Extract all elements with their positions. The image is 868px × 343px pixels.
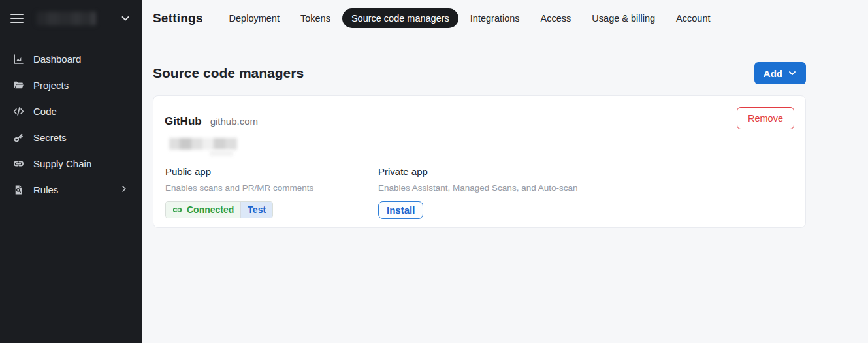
tab-tokens[interactable]: Tokens bbox=[291, 8, 340, 28]
sidebar: Dashboard Projects Code Secrets Supply C… bbox=[0, 0, 142, 343]
tab-access[interactable]: Access bbox=[532, 8, 581, 28]
add-button[interactable]: Add bbox=[754, 62, 806, 84]
private-app-section: Private app Enables Assistant, Managed S… bbox=[378, 166, 794, 219]
folder-icon bbox=[13, 80, 24, 91]
private-app-title: Private app bbox=[378, 166, 794, 177]
code-icon bbox=[13, 106, 24, 117]
sidebar-item-supply-chain[interactable]: Supply Chain bbox=[0, 150, 142, 176]
test-button[interactable]: Test bbox=[240, 202, 272, 218]
tab-account[interactable]: Account bbox=[667, 8, 719, 28]
private-app-description: Enables Assistant, Managed Scans, and Au… bbox=[378, 183, 794, 193]
sidebar-item-label: Code bbox=[33, 106, 57, 117]
chain-link-icon bbox=[13, 158, 24, 169]
page-section-title: Settings bbox=[153, 11, 203, 25]
public-app-description: Enables scans and PR/MR comments bbox=[165, 183, 378, 193]
public-app-status-group: Connected Test bbox=[165, 201, 273, 218]
page-title: Source code managers bbox=[153, 65, 304, 81]
tab-usage-billing[interactable]: Usage & billing bbox=[583, 8, 664, 28]
add-button-label: Add bbox=[764, 68, 782, 79]
provider-domain: github.com bbox=[210, 116, 258, 127]
settings-topbar: Settings Deployment Tokens Source code m… bbox=[142, 0, 868, 37]
connected-label: Connected bbox=[187, 204, 234, 215]
public-app-title: Public app bbox=[165, 166, 378, 177]
chain-link-icon bbox=[172, 205, 182, 215]
remove-button[interactable]: Remove bbox=[737, 107, 794, 129]
public-app-section: Public app Enables scans and PR/MR comme… bbox=[165, 166, 378, 219]
sidebar-item-projects[interactable]: Projects bbox=[0, 72, 142, 98]
dashboard-chart-icon bbox=[13, 54, 24, 65]
connected-status-badge: Connected bbox=[166, 202, 240, 218]
sidebar-item-label: Supply Chain bbox=[33, 158, 91, 169]
github-scm-card: GitHub github.com Remove Public app Enab… bbox=[153, 95, 806, 228]
hamburger-menu-icon[interactable] bbox=[10, 14, 24, 23]
document-search-icon bbox=[13, 184, 24, 195]
redacted-org-logo bbox=[37, 12, 96, 25]
sidebar-item-rules[interactable]: Rules bbox=[0, 176, 142, 203]
sidebar-item-label: Rules bbox=[33, 184, 58, 195]
key-icon bbox=[13, 132, 24, 143]
sidebar-nav: Dashboard Projects Code Secrets Supply C… bbox=[0, 37, 142, 203]
provider-name: GitHub bbox=[165, 115, 202, 128]
chevron-right-icon bbox=[120, 184, 129, 195]
sidebar-item-secrets[interactable]: Secrets bbox=[0, 124, 142, 150]
sidebar-item-dashboard[interactable]: Dashboard bbox=[0, 46, 142, 72]
sidebar-header bbox=[0, 0, 142, 37]
sidebar-item-code[interactable]: Code bbox=[0, 98, 142, 124]
tab-deployment[interactable]: Deployment bbox=[220, 8, 289, 28]
sidebar-item-label: Dashboard bbox=[33, 54, 81, 65]
chevron-down-icon bbox=[788, 69, 797, 78]
sidebar-item-label: Secrets bbox=[33, 132, 67, 143]
install-button[interactable]: Install bbox=[378, 201, 423, 219]
main-content: Source code managers Add GitHub github.c… bbox=[153, 37, 806, 228]
tab-integrations[interactable]: Integrations bbox=[461, 8, 529, 28]
redacted-account-info bbox=[169, 138, 794, 157]
org-switcher-chevron-down-icon[interactable] bbox=[120, 12, 131, 24]
sidebar-item-label: Projects bbox=[33, 80, 69, 91]
settings-tabs: Deployment Tokens Source code managers I… bbox=[220, 8, 720, 28]
tab-source-code-managers[interactable]: Source code managers bbox=[342, 8, 458, 28]
